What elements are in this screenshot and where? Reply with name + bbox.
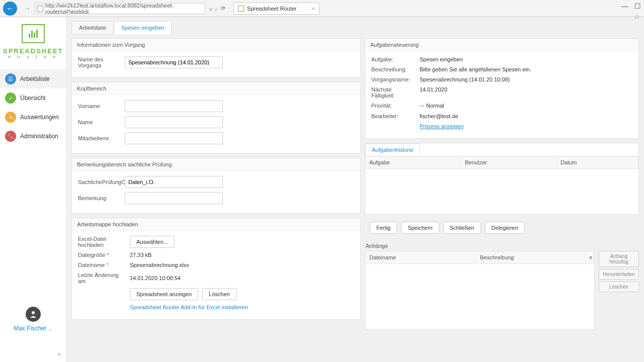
- delegieren-button[interactable]: Delegieren: [485, 222, 525, 234]
- panel-header: Anhänge: [365, 241, 639, 251]
- history-body: [365, 169, 638, 214]
- value-dateigroesse: 27,33 kB: [130, 252, 151, 258]
- panel-history: Aufgabenhistorie Aufgabe Benutzer Datum: [365, 143, 639, 215]
- install-addin-link[interactable]: Spreadsheet Router Add-In für Excel inst…: [130, 304, 248, 310]
- value-faelligkeit: 14.01.2020: [420, 86, 447, 99]
- label-name: Name: [78, 119, 121, 125]
- label-dateiname: Dateiname: [78, 262, 126, 268]
- panel-attachments: Anhänge Dateiname Beschreibung ≡ Anhang …: [365, 241, 639, 330]
- input-mitarbeiternr[interactable]: [125, 132, 223, 144]
- show-process-link[interactable]: Prozess anzeigen: [420, 123, 463, 129]
- choose-file-button[interactable]: Auswählen...: [130, 236, 175, 248]
- main-content: Arbeitsliste Spesen eingeben Information…: [66, 17, 644, 362]
- fertig-button[interactable]: Fertig: [370, 222, 397, 234]
- panel-kopfbereich: Kopfbereich Vorname Name Mitarbeiternr.: [71, 82, 361, 154]
- label-dateigroesse: Dateigröße: [78, 252, 126, 258]
- show-spreadsheet-button[interactable]: Spreadsheet anzeigen: [130, 288, 198, 300]
- minimize-icon[interactable]: —: [621, 2, 628, 10]
- col-aufgabe: Aufgabe: [365, 156, 461, 168]
- label-bemerkung: Bemerkung: [78, 195, 121, 201]
- value-aufgabe: Spesen eingeben: [420, 56, 463, 62]
- logo-subtitle: R O U T E R: [3, 55, 63, 59]
- input-vorgangsname[interactable]: [125, 56, 223, 68]
- forward-button[interactable]: →: [22, 4, 32, 14]
- sidebar-item-label: Arbeitsliste: [20, 75, 50, 82]
- panel-bemerkung: Bemerkungsbereich sachliche Prüfung Sach…: [71, 158, 361, 214]
- sidebar-item-administration[interactable]: 🔧 Administration: [0, 127, 66, 146]
- value-bearbeiter: fischer@test.de: [420, 113, 458, 119]
- delete-attachment-button[interactable]: Löschen: [599, 282, 639, 292]
- user-name: Max Fischer: [14, 325, 46, 332]
- chevron-down-icon: ⌄: [48, 326, 52, 331]
- grid-menu-icon[interactable]: ≡: [585, 251, 594, 263]
- url-text: http://win2k12test.aristaflow.local:8082…: [45, 3, 203, 15]
- panel-header: Aufgabensteuerung: [365, 39, 638, 51]
- address-bar[interactable]: http://win2k12test.aristaflow.local:8082…: [34, 3, 205, 14]
- download-attachment-button[interactable]: Herunterladen: [599, 269, 639, 280]
- sidebar: SPREADSHEET R O U T E R ☰ Arbeitsliste ✓…: [0, 17, 66, 362]
- back-button[interactable]: ←: [3, 2, 17, 16]
- value-beschreibung: Bitte geben Sie alle angefallenen Spesen…: [420, 66, 531, 72]
- logo-title: SPREADSHEET: [3, 47, 63, 55]
- history-header: Aufgabe Benutzer Datum: [365, 156, 638, 169]
- value-prioritaet: Normal: [426, 103, 444, 109]
- panel-upload: Arbeitsmappe hochladen Excel-Datei hochl…: [71, 218, 361, 320]
- panel-info: Informationen zum Vorgang Name des Vorga…: [71, 38, 361, 78]
- user-block[interactable]: Max Fischer ⌄: [0, 297, 66, 362]
- label-prioritaet: Priorität:: [371, 103, 416, 109]
- globe-icon: [37, 5, 43, 12]
- home-icon[interactable]: ⌂: [635, 12, 639, 20]
- svg-point-0: [32, 311, 35, 314]
- delete-file-button[interactable]: Löschen: [202, 288, 236, 300]
- label-mitarbeiternr: Mitarbeiternr.: [78, 135, 121, 141]
- search-refresh[interactable]: ⌕ ▾ ⟳: [209, 5, 225, 12]
- close-tab-icon[interactable]: ×: [312, 6, 315, 12]
- speichern-button[interactable]: Speichern: [401, 222, 439, 234]
- input-vorname[interactable]: [125, 100, 223, 112]
- value-letzte-aenderung: 14.01.2020 10:08:54: [130, 275, 181, 281]
- tab-favicon: [238, 6, 244, 12]
- add-attachment-button[interactable]: Anhang hinzufüg: [599, 251, 639, 267]
- browser-tab[interactable]: Spreadsheet Router ×: [233, 3, 319, 15]
- value-vorgangsname: Spesenabrechnung (14.01.20 10:08): [420, 76, 510, 82]
- input-sachliche-pruefung[interactable]: [125, 176, 223, 188]
- list-icon: ☰: [5, 73, 16, 84]
- maximize-icon[interactable]: ☐: [634, 2, 641, 10]
- schliessen-button[interactable]: Schließen: [443, 222, 481, 234]
- tab-arbeitsliste[interactable]: Arbeitsliste: [71, 21, 114, 34]
- sidebar-item-auswertungen[interactable]: ∿ Auswertungen: [0, 108, 66, 127]
- sidebar-item-label: Administration: [20, 133, 58, 140]
- tab-title: Spreadsheet Router: [247, 6, 296, 12]
- input-name[interactable]: [125, 116, 223, 128]
- collapse-icon[interactable]: «: [58, 351, 61, 357]
- sidebar-item-label: Auswertungen: [20, 114, 59, 121]
- attachments-body: [365, 264, 594, 329]
- input-bemerkung[interactable]: [125, 192, 223, 204]
- label-sachliche-pruefung: SachlichePrüfungOK: [78, 179, 121, 185]
- chart-icon: ∿: [5, 112, 16, 123]
- label-vorname: Vorname: [78, 103, 121, 109]
- panel-task-control: Aufgabensteuerung Aufgabe:Spesen eingebe…: [365, 38, 639, 139]
- refresh-icon[interactable]: ⟳: [221, 5, 225, 12]
- wrench-icon: 🔧: [5, 131, 16, 142]
- col-dateiname: Dateiname: [365, 251, 476, 263]
- tab-history[interactable]: Aufgabenhistorie: [365, 143, 420, 156]
- tab-spesen-eingeben[interactable]: Spesen eingeben: [114, 21, 172, 34]
- col-beschreibung: Beschreibung: [476, 251, 585, 263]
- logo-icon: [22, 24, 45, 43]
- logo: SPREADSHEET R O U T E R: [0, 17, 66, 69]
- label-letzte-aenderung: Letzte Änderung am: [78, 272, 126, 284]
- sidebar-item-arbeitsliste[interactable]: ☰ Arbeitsliste: [0, 69, 66, 88]
- label-faelligkeit: Nächste Fälligkeit:: [371, 86, 416, 99]
- label-aufgabe: Aufgabe:: [371, 56, 416, 62]
- panel-header: Informationen zum Vorgang: [72, 39, 360, 51]
- action-buttons: Fertig Speichern Schließen Delegieren: [365, 219, 639, 237]
- panel-header: Bemerkungsbereich sachliche Prüfung: [72, 158, 360, 171]
- main-tabs: Arbeitsliste Spesen eingeben: [71, 21, 639, 34]
- label-beschreibung: Beschreibung:: [371, 66, 416, 72]
- label-vorgangsname: Name des Vorgangs: [78, 56, 121, 68]
- avatar-icon: [26, 307, 41, 322]
- sidebar-item-uebersicht[interactable]: ✓ Übersicht: [0, 88, 66, 108]
- panel-header: Arbeitsmappe hochladen: [72, 218, 360, 231]
- browser-toolbar: ← → http://win2k12test.aristaflow.local:…: [0, 0, 644, 17]
